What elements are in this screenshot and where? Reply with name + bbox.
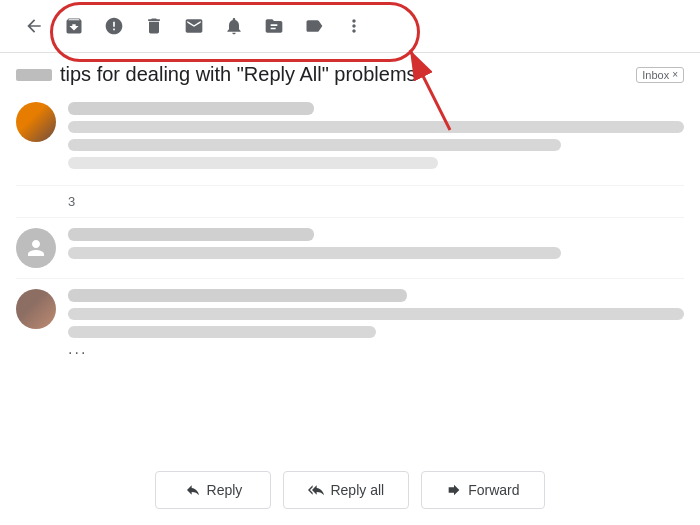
move-to-button[interactable] [256, 8, 292, 44]
subject-avatar-placeholder [16, 69, 52, 81]
delete-button[interactable] [136, 8, 172, 44]
archive-button[interactable] [56, 8, 92, 44]
avatar-1 [16, 102, 56, 142]
subject-bar: tips for dealing with "Reply All" proble… [0, 53, 700, 92]
sender-name-1 [68, 102, 314, 115]
email-thread: 3 ··· [0, 92, 700, 372]
inbox-tag-label: Inbox [642, 69, 669, 81]
reply-button[interactable]: Reply [155, 471, 271, 509]
reply-all-icon [308, 482, 324, 498]
forward-button[interactable]: Forward [421, 471, 544, 509]
email-line-5 [68, 308, 684, 320]
email-line-2 [68, 139, 561, 151]
collapsed-count-number: 3 [68, 194, 75, 209]
reply-all-label: Reply all [330, 482, 384, 498]
email-item-2 [16, 218, 684, 279]
reply-label: Reply [207, 482, 243, 498]
ellipsis: ··· [68, 344, 684, 362]
email-content-3: ··· [68, 289, 684, 362]
reply-icon [185, 482, 201, 498]
labels-button[interactable] [296, 8, 332, 44]
action-buttons: Reply Reply all Forward [0, 471, 700, 509]
avatar-2 [16, 228, 56, 268]
email-line-4 [68, 247, 561, 259]
email-line-6 [68, 326, 376, 338]
snooze-button[interactable] [216, 8, 252, 44]
reply-all-button[interactable]: Reply all [283, 471, 409, 509]
email-item-1 [16, 92, 684, 186]
inbox-tag-close[interactable]: × [672, 69, 678, 80]
back-button[interactable] [16, 8, 52, 44]
email-subject: tips for dealing with "Reply All" proble… [60, 63, 628, 86]
forward-label: Forward [468, 482, 519, 498]
inbox-tag: Inbox × [636, 67, 684, 83]
more-button[interactable] [336, 8, 372, 44]
mark-unread-button[interactable] [176, 8, 212, 44]
forward-icon [446, 482, 462, 498]
email-content-2 [68, 228, 684, 265]
collapsed-thread[interactable]: 3 [16, 186, 684, 218]
email-line-3 [68, 157, 438, 169]
sender-name-3 [68, 289, 407, 302]
email-line-1 [68, 121, 684, 133]
email-item-3: ··· [16, 279, 684, 372]
spam-button[interactable] [96, 8, 132, 44]
email-content-1 [68, 102, 684, 175]
sender-name-2 [68, 228, 314, 241]
avatar-3 [16, 289, 56, 329]
toolbar [0, 0, 700, 53]
